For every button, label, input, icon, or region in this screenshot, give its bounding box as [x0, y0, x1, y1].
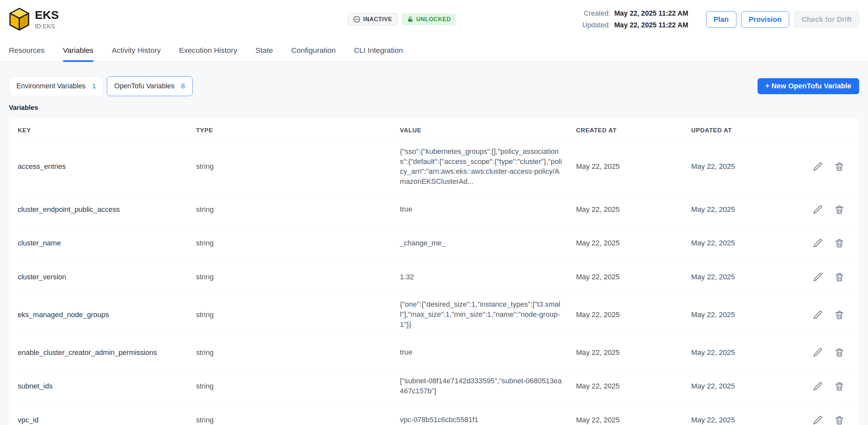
environment-variables-label: Environment Variables	[16, 82, 85, 90]
variable-value: _change_me_	[400, 238, 567, 248]
variable-key: vpc_id	[18, 416, 196, 424]
variable-key: eks_managed_node_groups	[18, 311, 196, 319]
variable-updated-at: May 22, 2025	[691, 416, 774, 424]
delete-variable-button[interactable]	[834, 238, 844, 248]
variable-value: true	[400, 204, 567, 214]
edit-variable-button[interactable]	[813, 381, 823, 391]
variable-created-at: May 22, 2025	[576, 416, 691, 424]
variable-value: vpc-078b51c6cbc5581f1	[400, 415, 567, 425]
created-label: Created:	[582, 9, 610, 18]
edit-variable-button[interactable]	[813, 161, 823, 172]
variable-updated-at: May 22, 2025	[691, 239, 774, 247]
edit-variable-button[interactable]	[813, 272, 823, 282]
variable-updated-at: May 22, 2025	[691, 382, 774, 390]
main-tabbar: Resources Variables Activity History Exe…	[0, 39, 868, 62]
opentofu-variables-tab[interactable]: OpenTofu Variables 8	[107, 76, 192, 96]
variable-key: cluster_endpoint_public_access	[18, 205, 196, 214]
variable-updated-at: May 22, 2025	[691, 348, 774, 357]
column-header-key: KEY	[18, 127, 196, 134]
delete-variable-button[interactable]	[834, 415, 844, 425]
tab-variables[interactable]: Variables	[63, 39, 94, 61]
delete-variable-button[interactable]	[834, 381, 844, 391]
tab-execution-history[interactable]: Execution History	[179, 39, 237, 61]
variable-updated-at: May 22, 2025	[691, 311, 774, 319]
new-opentofu-variable-button[interactable]: + New OpenTofu Variable	[757, 78, 859, 94]
updated-value: May 22, 2025 11:22 AM	[614, 21, 688, 29]
edit-variable-button[interactable]	[813, 415, 823, 425]
updated-label: Updated:	[582, 21, 610, 29]
table-row: cluster_name string _change_me_ May 22, …	[9, 226, 859, 260]
variable-type: string	[196, 311, 400, 319]
variable-created-at: May 22, 2025	[576, 382, 691, 390]
edit-variable-button[interactable]	[813, 347, 823, 358]
table-row: vpc_id string vpc-078b51c6cbc5581f1 May …	[9, 403, 859, 425]
trash-icon	[834, 310, 844, 320]
trash-icon	[834, 204, 844, 215]
variable-key: cluster_version	[18, 273, 196, 281]
pencil-icon	[813, 415, 823, 425]
variables-toolbar: Environment Variables 1 OpenTofu Variabl…	[9, 76, 859, 96]
header-actions: Plan Provision Check for Drift	[706, 11, 859, 28]
page-subtitle: ID:EKS	[35, 23, 59, 30]
delete-variable-button[interactable]	[834, 272, 844, 282]
variable-key: enable_cluster_creator_admin_permissions	[18, 348, 196, 357]
variable-created-at: May 22, 2025	[576, 311, 691, 319]
edit-variable-button[interactable]	[813, 238, 823, 248]
status-badge-inactive: INACTIVE	[348, 13, 398, 25]
variable-created-at: May 22, 2025	[576, 239, 691, 247]
tab-activity-history[interactable]: Activity History	[112, 39, 161, 61]
pencil-icon	[813, 272, 823, 282]
delete-variable-button[interactable]	[834, 204, 844, 215]
trash-icon	[834, 381, 844, 391]
pencil-icon	[813, 238, 823, 248]
edit-variable-button[interactable]	[813, 204, 823, 215]
variable-key: subnet_ids	[18, 382, 196, 390]
table-row: cluster_endpoint_public_access string tr…	[9, 192, 859, 226]
pencil-icon	[813, 347, 823, 358]
opentofu-variables-label: OpenTofu Variables	[114, 82, 175, 90]
check-for-drift-button[interactable]: Check for Drift	[794, 11, 859, 28]
variables-page: Environment Variables 1 OpenTofu Variabl…	[0, 62, 868, 425]
opentofu-variables-count: 8	[181, 83, 185, 90]
edit-variable-button[interactable]	[813, 310, 823, 320]
variable-type: string	[196, 416, 400, 424]
variable-updated-at: May 22, 2025	[691, 162, 774, 171]
unlocked-label: UNLOCKED	[416, 16, 451, 23]
variable-created-at: May 22, 2025	[576, 162, 691, 171]
variables-section-title: Variables	[9, 104, 859, 112]
page: EKS ID:EKS INACTIVE UNLOCKED Created: Ma…	[0, 0, 868, 425]
variable-created-at: May 22, 2025	[576, 273, 691, 281]
tab-state[interactable]: State	[255, 39, 273, 61]
app-header: EKS ID:EKS INACTIVE UNLOCKED Created: Ma…	[0, 0, 868, 39]
pencil-icon	[813, 204, 823, 215]
variable-value: {"sso":{"kubernetes_groups":[],"policy_a…	[400, 147, 567, 187]
delete-variable-button[interactable]	[834, 310, 844, 320]
created-value: May 22, 2025 11:22 AM	[614, 9, 688, 18]
column-header-value: VALUE	[400, 127, 576, 134]
pencil-icon	[813, 161, 823, 172]
variables-table: KEY TYPE VALUE CREATED AT UPDATED AT acc…	[9, 119, 859, 425]
variable-updated-at: May 22, 2025	[691, 273, 774, 281]
tab-cli-integration[interactable]: CLI Integration	[354, 39, 403, 61]
plan-button[interactable]: Plan	[706, 11, 736, 28]
status-badge-unlocked: UNLOCKED	[402, 13, 456, 25]
environment-variables-tab[interactable]: Environment Variables 1	[9, 76, 103, 96]
variable-created-at: May 22, 2025	[576, 348, 691, 357]
provision-button[interactable]: Provision	[741, 11, 789, 28]
trash-icon	[834, 347, 844, 358]
inactive-icon	[353, 16, 360, 23]
title-block: EKS ID:EKS	[35, 9, 59, 30]
tab-resources[interactable]: Resources	[9, 39, 44, 61]
pencil-icon	[813, 310, 823, 320]
delete-variable-button[interactable]	[834, 347, 844, 358]
tab-configuration[interactable]: Configuration	[291, 39, 336, 61]
pencil-icon	[813, 381, 823, 391]
trash-icon	[834, 272, 844, 282]
delete-variable-button[interactable]	[834, 161, 844, 172]
table-row: access_entries string {"sso":{"kubernete…	[9, 141, 859, 193]
app-logo-icon	[9, 8, 30, 31]
variable-key: access_entries	[18, 162, 196, 171]
inactive-label: INACTIVE	[363, 16, 392, 23]
unlock-icon	[407, 16, 413, 23]
variable-value: 1.32	[400, 272, 567, 282]
